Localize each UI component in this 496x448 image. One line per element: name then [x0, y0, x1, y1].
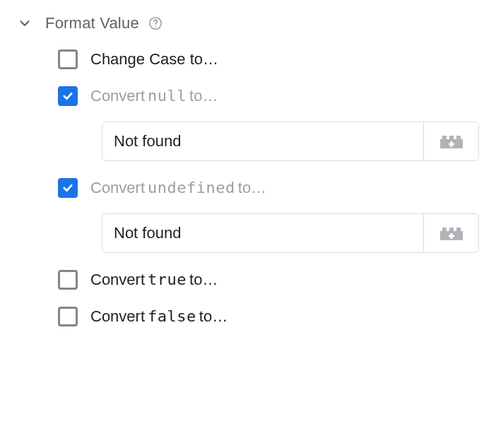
option-convert-true: Convert true to…: [58, 270, 479, 290]
convert-null-value-row: [102, 122, 479, 161]
change-case-checkbox[interactable]: [58, 49, 78, 69]
section-title-text: Format Value: [45, 14, 139, 33]
chevron-down-icon[interactable]: [17, 16, 33, 31]
svg-rect-13: [449, 235, 454, 237]
svg-rect-5: [456, 136, 461, 140]
format-value-options: Change Case to… Convert null to…: [17, 49, 479, 326]
format-value-section-header: Format Value: [17, 14, 479, 33]
change-case-label: Change Case to…: [90, 50, 218, 69]
convert-undefined-label: Convert undefined to…: [90, 179, 266, 197]
svg-rect-9: [442, 228, 447, 232]
convert-null-checkbox[interactable]: [58, 86, 78, 106]
convert-undefined-checkbox[interactable]: [58, 178, 78, 198]
convert-undefined-value-row: [102, 213, 479, 253]
convert-true-label: Convert true to…: [90, 271, 218, 289]
svg-point-1: [155, 26, 156, 28]
convert-undefined-insert-variable-button[interactable]: [424, 213, 479, 253]
section-title: Format Value: [45, 14, 163, 33]
option-convert-false: Convert false to…: [58, 307, 479, 326]
option-change-case: Change Case to…: [58, 49, 479, 69]
convert-null-input[interactable]: [102, 122, 424, 161]
help-icon[interactable]: [148, 16, 163, 31]
convert-false-checkbox[interactable]: [58, 307, 78, 326]
option-convert-undefined: Convert undefined to…: [58, 178, 479, 198]
convert-undefined-input[interactable]: [102, 213, 424, 253]
option-convert-null-group: Convert null to…: [58, 86, 479, 161]
lego-block-plus-icon: [439, 225, 464, 241]
svg-rect-4: [449, 136, 454, 140]
convert-false-label: Convert false to…: [90, 307, 228, 326]
svg-rect-3: [442, 136, 447, 140]
convert-true-checkbox[interactable]: [58, 270, 78, 290]
option-convert-null: Convert null to…: [58, 86, 479, 106]
svg-rect-10: [449, 228, 454, 232]
svg-rect-11: [456, 228, 461, 232]
convert-null-label: Convert null to…: [90, 87, 218, 105]
svg-rect-7: [449, 143, 454, 146]
convert-null-insert-variable-button[interactable]: [424, 122, 479, 161]
option-convert-undefined-group: Convert undefined to…: [58, 178, 479, 253]
lego-block-plus-icon: [439, 134, 464, 149]
